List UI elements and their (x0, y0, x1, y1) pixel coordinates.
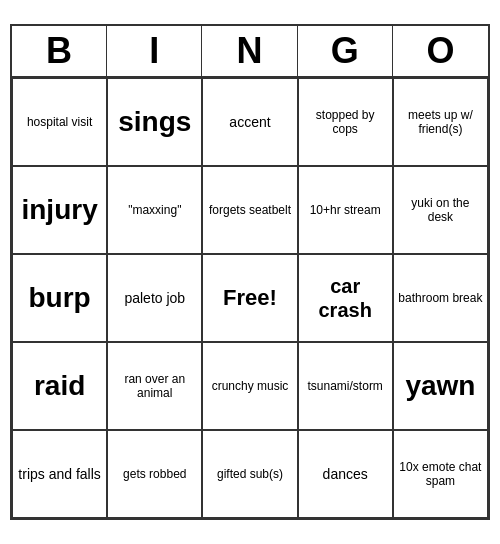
bingo-cell-3: stopped by cops (298, 78, 393, 166)
bingo-cell-6: "maxxing" (107, 166, 202, 254)
bingo-cell-11: paleto job (107, 254, 202, 342)
bingo-cell-12: Free! (202, 254, 297, 342)
bingo-cell-9: yuki on the desk (393, 166, 488, 254)
bingo-cell-1: sings (107, 78, 202, 166)
bingo-cell-10: burp (12, 254, 107, 342)
bingo-cell-15: raid (12, 342, 107, 430)
bingo-cell-4: meets up w/ friend(s) (393, 78, 488, 166)
header-letter-n: N (202, 26, 297, 76)
bingo-cell-19: yawn (393, 342, 488, 430)
bingo-header: BINGO (12, 26, 488, 78)
bingo-cell-17: crunchy music (202, 342, 297, 430)
header-letter-i: I (107, 26, 202, 76)
bingo-cell-0: hospital visit (12, 78, 107, 166)
header-letter-b: B (12, 26, 107, 76)
header-letter-o: O (393, 26, 488, 76)
bingo-cell-5: injury (12, 166, 107, 254)
bingo-cell-20: trips and falls (12, 430, 107, 518)
bingo-card: BINGO hospital visitsingsaccentstopped b… (10, 24, 490, 520)
bingo-grid: hospital visitsingsaccentstopped by cops… (12, 78, 488, 518)
bingo-cell-2: accent (202, 78, 297, 166)
bingo-cell-23: dances (298, 430, 393, 518)
bingo-cell-16: ran over an animal (107, 342, 202, 430)
header-letter-g: G (298, 26, 393, 76)
bingo-cell-13: car crash (298, 254, 393, 342)
bingo-cell-14: bathroom break (393, 254, 488, 342)
bingo-cell-24: 10x emote chat spam (393, 430, 488, 518)
bingo-cell-21: gets robbed (107, 430, 202, 518)
bingo-cell-8: 10+hr stream (298, 166, 393, 254)
bingo-cell-7: forgets seatbelt (202, 166, 297, 254)
bingo-cell-18: tsunami/storm (298, 342, 393, 430)
bingo-cell-22: gifted sub(s) (202, 430, 297, 518)
